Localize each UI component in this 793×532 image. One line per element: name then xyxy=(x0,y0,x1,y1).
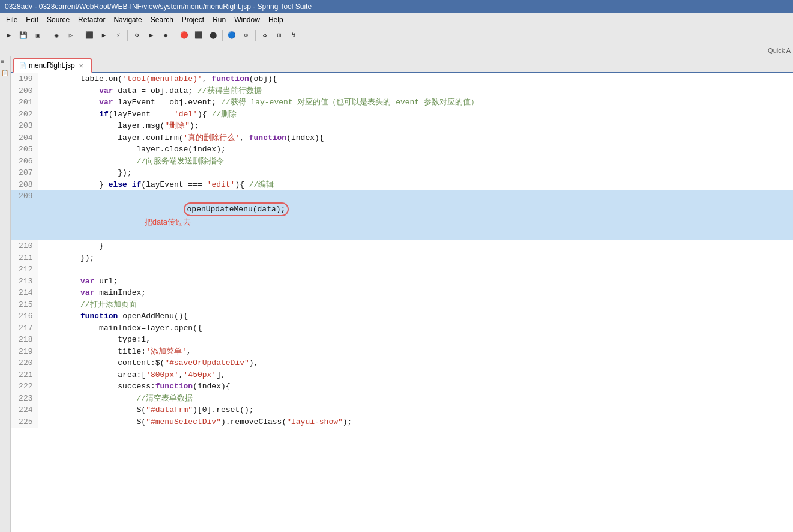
tab-label: menuRight.jsp xyxy=(29,61,75,70)
toolbar-btn19[interactable]: ↯ xyxy=(287,29,300,42)
editor-tab-menuright[interactable]: 📄 menuRight.jsp ✕ xyxy=(13,58,92,73)
toolbar-btn16[interactable]: ⊕ xyxy=(240,29,253,42)
code-content: layer.close(index); xyxy=(38,144,793,156)
code-content: //向服务端发送删除指令 xyxy=(38,156,793,168)
table-row: 223 //清空表单数据 xyxy=(11,393,793,405)
line-number: 219 xyxy=(11,346,38,358)
code-content: content:$("#saveOrUpdateDiv"), xyxy=(38,357,793,369)
code-area[interactable]: 199 table.on('tool(menuTable)', function… xyxy=(11,73,793,532)
table-row: 200 var data = obj.data; //获得当前行数据 xyxy=(11,85,793,97)
table-row: 215 //打开添加页面 xyxy=(11,299,793,311)
toolbar-sep4 xyxy=(175,30,175,41)
toolbar-btn8[interactable]: ⚡ xyxy=(112,29,125,42)
toolbar-btn11[interactable]: ◆ xyxy=(159,29,172,42)
toolbar-btn18[interactable]: ⊞ xyxy=(273,29,286,42)
menu-file[interactable]: File xyxy=(2,14,21,25)
code-content: $("#dataFrm")[0].reset(); xyxy=(38,404,793,416)
toolbar-btn10[interactable]: ▶ xyxy=(145,29,158,42)
line-number: 215 xyxy=(11,299,38,311)
line-number: 204 xyxy=(11,132,38,144)
code-content: layer.confirm('真的删除行么', function(index){ xyxy=(38,132,793,144)
code-content: var mainIndex; xyxy=(38,287,793,299)
annotation-bubble: 把data传过去 xyxy=(145,217,191,226)
toolbar-btn17[interactable]: ♻ xyxy=(258,29,271,42)
menu-search[interactable]: Search xyxy=(147,14,177,25)
code-content: }); xyxy=(38,252,793,264)
toolbar-btn6[interactable]: ⬛ xyxy=(83,29,96,42)
menu-project[interactable]: Project xyxy=(178,14,208,25)
toolbar-btn4[interactable]: ◉ xyxy=(50,29,63,42)
toolbar-btn9[interactable]: ⚙ xyxy=(130,29,143,42)
line-number: 200 xyxy=(11,85,38,97)
line-number: 205 xyxy=(11,144,38,156)
menu-window[interactable]: Window xyxy=(231,14,264,25)
line-number: 207 xyxy=(11,167,38,179)
line-number: 212 xyxy=(11,264,38,276)
line-number: 199 xyxy=(11,73,38,85)
table-row: 199 table.on('tool(menuTable)', function… xyxy=(11,73,793,85)
code-content: } xyxy=(38,240,793,252)
line-number: 221 xyxy=(11,369,38,381)
table-row: 214 var mainIndex; xyxy=(11,287,793,299)
quick-access-bar: Quick A xyxy=(0,44,793,56)
toolbar-sep6 xyxy=(255,30,256,41)
table-row: 203 layer.msg("删除"); xyxy=(11,120,793,132)
code-content: } else if(layEvent === 'edit'){ //编辑 xyxy=(38,179,793,191)
gutter-icon-2[interactable]: 📋 xyxy=(1,70,10,78)
menu-help[interactable]: Help xyxy=(265,14,287,25)
table-row: 218 type:1, xyxy=(11,334,793,346)
line-number: 216 xyxy=(11,310,38,322)
code-content: //清空表单数据 xyxy=(38,393,793,405)
code-table: 199 table.on('tool(menuTable)', function… xyxy=(11,73,793,428)
line-number: 220 xyxy=(11,357,38,369)
toolbar-sep2 xyxy=(80,30,80,41)
gutter-icon-1[interactable]: ≡ xyxy=(1,59,10,67)
line-number: 201 xyxy=(11,97,38,109)
code-content: type:1, xyxy=(38,334,793,346)
table-row: 208 } else if(layEvent === 'edit'){ //编辑 xyxy=(11,179,793,191)
line-number: 202 xyxy=(11,109,38,121)
code-content: area:['800px','450px'], xyxy=(38,369,793,381)
table-row: 209 openUpdateMenu(data); 把data传过去 xyxy=(11,190,793,240)
menu-bar: File Edit Source Refactor Navigate Searc… xyxy=(0,13,793,26)
code-content: //打开添加页面 xyxy=(38,299,793,311)
code-content: mainIndex=layer.open({ xyxy=(38,322,793,334)
tab-close-button[interactable]: ✕ xyxy=(77,62,85,69)
menu-run[interactable]: Run xyxy=(209,14,229,25)
toolbar-btn13[interactable]: ⬛ xyxy=(192,29,205,42)
table-row: 220 content:$("#saveOrUpdateDiv"), xyxy=(11,357,793,369)
toolbar-new[interactable]: ▶ xyxy=(2,29,16,42)
toolbar-btn3[interactable]: ▣ xyxy=(31,29,44,42)
toolbar-btn7[interactable]: ▶ xyxy=(97,29,110,42)
table-row: 219 title:'添加菜单', xyxy=(11,346,793,358)
toolbar-btn5[interactable]: ▷ xyxy=(64,29,77,42)
tab-bar: 📄 menuRight.jsp ✕ xyxy=(11,56,793,73)
code-content: if(layEvent === 'del'){ //删除 xyxy=(38,109,793,121)
line-number: 217 xyxy=(11,322,38,334)
table-row: 222 success:function(index){ xyxy=(11,381,793,393)
line-number: 208 xyxy=(11,179,38,191)
toolbar-sep1 xyxy=(47,30,47,41)
code-content: layer.msg("删除"); xyxy=(38,120,793,132)
tab-file-icon: 📄 xyxy=(19,62,26,69)
table-row: 213 var url; xyxy=(11,276,793,288)
code-content: var url; xyxy=(38,276,793,288)
toolbar-btn15[interactable]: 🔵 xyxy=(225,29,238,42)
line-number: 224 xyxy=(11,404,38,416)
left-gutter: ≡ 📋 xyxy=(0,56,11,532)
line-number: 225 xyxy=(11,416,38,428)
code-content: }); xyxy=(38,167,793,179)
toolbar-btn12[interactable]: 🔴 xyxy=(178,29,191,42)
title-bar: 0328adv - 0328carrent/WebRoot/WEB-INF/vi… xyxy=(0,0,793,13)
menu-edit[interactable]: Edit xyxy=(22,14,42,25)
code-content: table.on('tool(menuTable)', function(obj… xyxy=(38,73,793,85)
line-number: 209 xyxy=(11,190,38,240)
table-row: 210 } xyxy=(11,240,793,252)
toolbar-save[interactable]: 💾 xyxy=(17,29,30,42)
menu-refactor[interactable]: Refactor xyxy=(74,14,109,25)
menu-navigate[interactable]: Navigate xyxy=(110,14,145,25)
toolbar-btn14[interactable]: ⬤ xyxy=(207,29,220,42)
menu-source[interactable]: Source xyxy=(43,14,73,25)
table-row: 221 area:['800px','450px'], xyxy=(11,369,793,381)
title-text: 0328adv - 0328carrent/WebRoot/WEB-INF/vi… xyxy=(5,2,312,11)
